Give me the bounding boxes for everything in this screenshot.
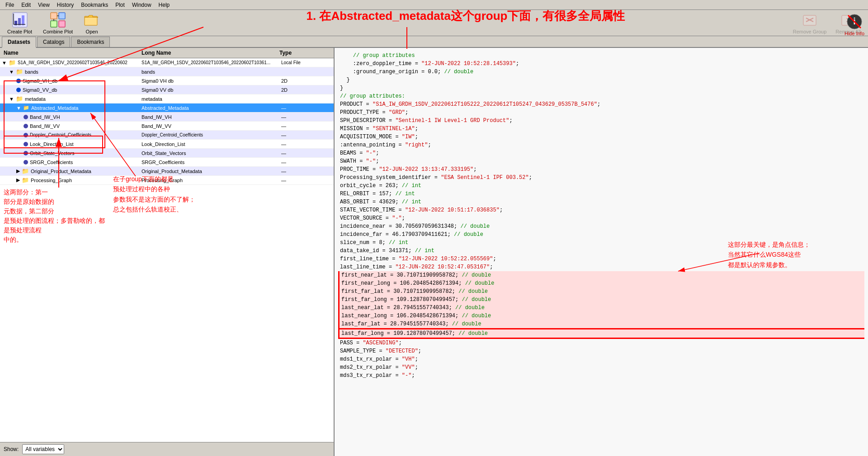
tree-row[interactable]: ▶ 📁 Original_Product_Metadata Original_P…: [0, 167, 334, 176]
code-line-corner: first_near_lat = 30.710711909958782; // …: [338, 271, 864, 279]
tree-row[interactable]: ▼ 📁 metadata metadata: [0, 94, 334, 103]
combine-plot-button[interactable]: Combine Plot: [39, 10, 76, 36]
tree-cell-type: [279, 99, 334, 99]
tree-row[interactable]: SRGR_Coefficients SRGR_Coefficients —: [0, 158, 334, 167]
tree-cell-name: Sigma0_VH_db: [0, 78, 140, 84]
code-line: :antenna_pointing = "right";: [338, 141, 864, 149]
tree-row[interactable]: ▶ 📁 Processing_Graph Processing_Graph —: [0, 176, 334, 185]
folder-icon: 📁: [16, 68, 23, 75]
show-label: Show:: [4, 446, 19, 452]
tree-row[interactable]: Sigma0_VH_db Sigma0 VH db 2D: [0, 76, 334, 85]
code-line: MISSION = "SENTINEL-1A";: [338, 125, 864, 133]
tree-row[interactable]: Sigma0_VV_db Sigma0 VV db 2D: [0, 85, 334, 94]
tree-cell-longname: Band_IW_VV: [140, 123, 279, 129]
header-type: Type: [278, 49, 332, 57]
remove-group-button[interactable]: Remove Group: [789, 10, 830, 36]
tree-row-name: Look_Direction_List: [30, 141, 74, 147]
menu-history[interactable]: History: [53, 1, 77, 9]
code-line-corner: last_far_lat = 28.79451557740343; // dou…: [338, 320, 864, 329]
tree-cell-type: —: [279, 114, 334, 120]
tree-row[interactable]: Band_IW_VH Band_IW_VH —: [0, 113, 334, 122]
code-line: mds3_tx_rx_polar = "-";: [338, 371, 864, 380]
menu-window[interactable]: Window: [128, 1, 155, 9]
hide-info-icon: i: [845, 13, 863, 31]
hide-info-label: Hide Info: [844, 31, 864, 36]
tree-row[interactable]: ▼ 📁 bands bands: [0, 67, 334, 76]
create-plot-label: Create Plot: [7, 29, 32, 34]
code-line: // group attributes:: [338, 92, 864, 100]
menu-file[interactable]: File: [2, 1, 18, 9]
tree-row-name: Sigma0_VV_db: [23, 87, 57, 93]
left-footer: Show: All variables 2D variables: [0, 442, 334, 456]
tab-bookmarks[interactable]: Bookmarks: [71, 37, 110, 47]
code-line: SAMPLE_TYPE = "DETECTED";: [338, 347, 864, 355]
tab-catalogs[interactable]: Catalogs: [37, 37, 70, 47]
menu-help[interactable]: Help: [155, 1, 174, 9]
tree-cell-longname: Processing_Graph: [140, 177, 279, 183]
tree-cell-longname: Sigma0 VV db: [140, 87, 279, 93]
tree-cell-type: Local File: [279, 60, 334, 66]
tree-row-name: Band_IW_VH: [30, 114, 60, 120]
menu-view[interactable]: View: [34, 1, 53, 9]
tree-cell-name: ▼ 📁 S1A_IW_GRDH_1SDV_20220602T103546_202…: [0, 59, 140, 66]
tree-cell-type: 2D: [279, 78, 334, 84]
tree-row-name: Doppler_Centroid_Coefficients: [30, 132, 91, 137]
tree-cell-longname: SRGR_Coefficients: [140, 159, 279, 165]
tree-cell-name: ▶ 📁 Original_Product_Metadata: [0, 167, 140, 175]
create-plot-button[interactable]: Create Plot: [4, 10, 36, 36]
tab-datasets[interactable]: Datasets: [2, 37, 36, 48]
tree-cell-type: —: [279, 168, 334, 174]
menubar: File Edit View History Bookmarks Plot Wi…: [0, 0, 868, 10]
tree-cell-name: Band_IW_VH: [0, 114, 140, 120]
svg-rect-6: [51, 13, 57, 19]
file-icon: [24, 160, 28, 165]
tree-cell-name: SRGR_Coefficients: [0, 159, 140, 165]
tree-row-name: metadata: [25, 96, 46, 102]
tree-row[interactable]: Look_Direction_List Look_Direction_List …: [0, 140, 334, 149]
file-icon: [24, 133, 28, 137]
tree-cell-name: Doppler_Centroid_Coefficients: [0, 132, 140, 138]
code-panel[interactable]: // group attributes :zero_doppler_time =…: [335, 48, 868, 456]
main-content: Name Long Name Type ▼ 📁 S1A_IW_GRDH_1SDV…: [0, 48, 868, 456]
code-line: PRODUCT = "S1A_IW_GRDH_1SDV_20220612T105…: [338, 100, 864, 108]
menu-bookmarks[interactable]: Bookmarks: [77, 1, 112, 9]
tree-cell-type: [279, 71, 334, 72]
tree-cell-name: Sigma0_VV_db: [0, 87, 140, 93]
tree-cell-longname: S1A_IW_GRDH_1SDV_20220602T103546_2022060…: [140, 60, 279, 66]
menu-edit[interactable]: Edit: [18, 1, 34, 9]
header-longname: Long Name: [140, 49, 278, 57]
tree-row[interactable]: ▼ 📁 S1A_IW_GRDH_1SDV_20220602T103546_202…: [0, 58, 334, 67]
file-icon: [24, 151, 28, 155]
code-line-corner: first_far_long = 109.12878070499457; // …: [338, 296, 864, 304]
tree-cell-name: ▼ 📁 Abstracted_Metadata: [0, 104, 140, 111]
folder-icon: 📁: [22, 177, 29, 183]
folder-icon: 📁: [9, 59, 16, 66]
code-line: PRODUCT_TYPE = "GRD";: [338, 108, 864, 117]
tree-header: Name Long Name Type: [0, 48, 334, 58]
tree-cell-longname: metadata: [140, 96, 279, 102]
svg-rect-9: [59, 21, 65, 27]
code-line: SPH_DESCRIPTOR = "Sentinel-1 IW Level-1 …: [338, 117, 864, 125]
code-line-corner: last_near_lat = 28.79451557740343; // do…: [338, 304, 864, 312]
tree-row-name: bands: [25, 69, 38, 75]
tree-row-name: Sigma0_VH_db: [23, 78, 57, 84]
code-line: incidence_far = 46.17903709411621; // do…: [338, 230, 864, 239]
tree-row[interactable]: Doppler_Centroid_Coefficients Doppler_Ce…: [0, 131, 334, 140]
open-button[interactable]: Open: [80, 10, 104, 36]
svg-rect-3: [22, 15, 24, 25]
open-icon: [84, 12, 100, 28]
file-icon: [24, 124, 28, 128]
combine-plot-icon: [50, 12, 66, 28]
tree-cell-type: —: [279, 123, 334, 129]
hide-info-area[interactable]: i Hide Info: [844, 13, 864, 36]
menu-plot[interactable]: Plot: [112, 1, 128, 9]
show-select[interactable]: All variables 2D variables: [22, 444, 64, 454]
file-icon: [24, 115, 28, 119]
tree-row[interactable]: Orbit_State_Vectors Orbit_State_Vectors …: [0, 149, 334, 158]
tree-cell-longname: Abstracted_Metadata: [140, 105, 279, 111]
tree-row-abstracted-metadata[interactable]: ▼ 📁 Abstracted_Metadata Abstracted_Metad…: [0, 103, 334, 113]
open-label: Open: [86, 29, 98, 34]
tree-cell-longname: Sigma0 VH db: [140, 78, 279, 84]
tree-row[interactable]: Band_IW_VV Band_IW_VV —: [0, 122, 334, 131]
code-line-corner: last_near_long = 106.20485428671394; // …: [338, 312, 864, 320]
